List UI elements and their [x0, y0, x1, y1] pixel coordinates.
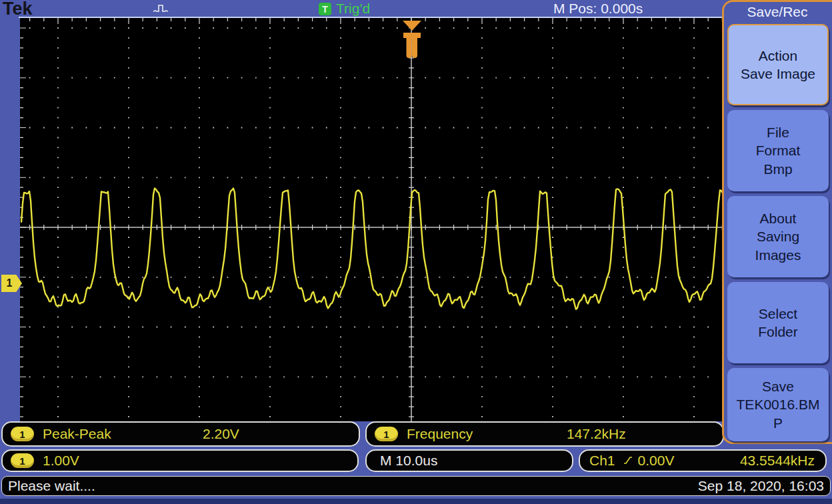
softkey-label: About Saving Images — [755, 209, 801, 264]
status-bar: Please wait.... Sep 18, 2020, 16:03 — [1, 476, 831, 496]
measurement-frequency: 1 Frequency 147.2kHz — [365, 421, 724, 447]
side-menu-title: Save/Rec — [731, 4, 824, 20]
softkey-about-saving-images[interactable]: About Saving Images — [727, 196, 829, 277]
measurement-name: Frequency — [407, 426, 473, 442]
channel1-badge: 1 — [11, 427, 34, 441]
softkey-save-file[interactable]: Save TEK0016.BM P — [727, 368, 829, 441]
status-message: Please wait.... — [8, 478, 95, 494]
channel1-volts-per-div: 1.00V — [43, 453, 79, 469]
channel1-badge: 1 — [375, 427, 398, 441]
acquisition-pulse-icon — [152, 3, 172, 15]
trigger-readout: Ch1 0.00V 43.5544kHz — [579, 449, 827, 472]
channel1-badge: 1 — [11, 453, 34, 468]
display-area — [20, 18, 724, 421]
softkey-action-save-image[interactable]: Action Save Image — [727, 24, 829, 105]
trigger-frequency-counter: 43.5544kHz — [740, 453, 815, 469]
measurement-value: 2.20V — [203, 426, 239, 442]
softkey-label: Action Save Image — [741, 47, 815, 83]
softkey-label: Save TEK0016.BM P — [737, 377, 820, 432]
softkey-label: File Format Bmp — [756, 123, 801, 178]
rising-edge-icon — [623, 455, 633, 466]
trigger-status-label: Trig'd — [336, 1, 370, 17]
measurement-peak-peak: 1 Peak-Peak 2.20V — [1, 421, 360, 447]
timebase-value: M 10.0us — [380, 453, 437, 469]
softkey-file-format[interactable]: File Format Bmp — [727, 110, 829, 191]
channel1-position-marker: 1 — [1, 275, 22, 292]
measurement-name: Peak-Peak — [43, 426, 111, 442]
trigger-status-icon: T — [319, 3, 331, 15]
horizontal-position-readout: M Pos: 0.000s — [553, 1, 643, 17]
timebase-readout: M 10.0us — [365, 449, 573, 472]
bottom-strip — [0, 499, 832, 504]
softkey-select-folder[interactable]: Select Folder — [727, 282, 829, 363]
softkey-label: Select Folder — [758, 305, 798, 341]
trigger-level: 0.00V — [638, 453, 675, 469]
trigger-source: Ch1 — [589, 453, 615, 469]
topbar-divider — [19, 17, 724, 18]
channel1-scale-readout: 1 1.00V — [1, 449, 359, 472]
measurement-value: 147.2kHz — [567, 426, 626, 442]
datetime-readout: Sep 18, 2020, 16:03 — [698, 478, 824, 494]
